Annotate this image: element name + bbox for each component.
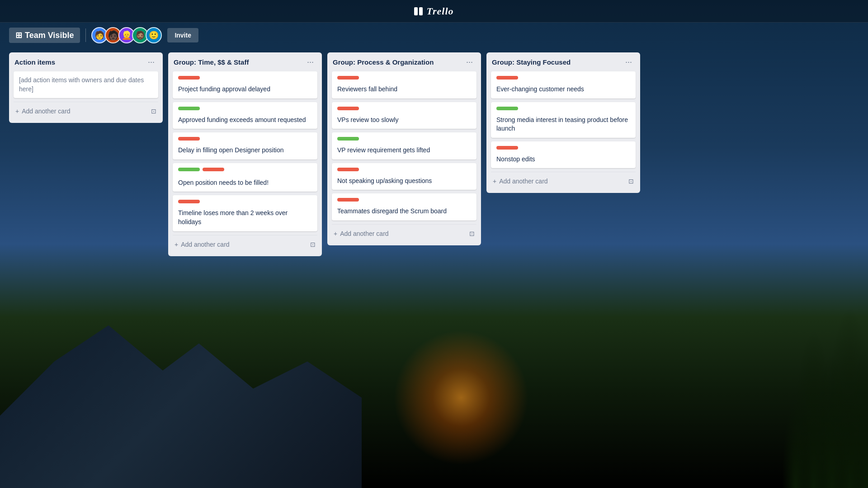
- avatar[interactable]: 🙂: [146, 27, 162, 43]
- board-title-label: Team Visible: [25, 31, 74, 40]
- template-icon: ⊡: [151, 108, 156, 115]
- card-text: VP review requirement gets lifted: [337, 146, 471, 155]
- app-logo: Trello: [414, 5, 453, 17]
- invite-label: Invite: [175, 32, 191, 39]
- list-menu-button[interactable]: ···: [145, 57, 157, 67]
- card[interactable]: Nonstop edits: [491, 141, 636, 169]
- template-icon: ⊡: [628, 178, 634, 185]
- card-text: Nonstop edits: [496, 155, 630, 164]
- card-text: Teammates disregard the Scrum board: [337, 207, 471, 216]
- card[interactable]: Strong media interest in teasing product…: [491, 102, 636, 138]
- card-label-green: [178, 168, 200, 171]
- list-group-focused: Group: Staying Focused ··· Ever-changing…: [486, 52, 640, 193]
- card-text: Open position needs to be filled!: [178, 178, 312, 188]
- card[interactable]: Teammates disregard the Scrum board: [332, 193, 476, 221]
- list-header: Group: Staying Focused ···: [491, 57, 636, 67]
- card-text: VPs review too slowly: [337, 116, 471, 125]
- card-label-red: [178, 200, 200, 203]
- logo-icon: [414, 7, 423, 15]
- list-menu-button[interactable]: ···: [304, 57, 316, 67]
- card-text: [add action items with owners and due da…: [19, 76, 153, 94]
- add-card-button[interactable]: + Add another card ⊡: [332, 226, 476, 241]
- list-group-time: Group: Time, $$ & Staff ··· Project fund…: [168, 52, 322, 256]
- list-title: Action items: [14, 58, 55, 66]
- board: Action items ··· [add action items with …: [0, 48, 868, 261]
- toolbar-divider: [85, 28, 86, 42]
- card-label-red: [203, 168, 224, 171]
- list-header: Group: Process & Organization ···: [332, 57, 476, 67]
- label-row: [178, 168, 312, 175]
- plus-icon: +: [493, 178, 496, 185]
- board-title-button[interactable]: ⊞ Team Visible: [9, 28, 80, 43]
- divider: [491, 172, 636, 172]
- list-header: Action items ···: [14, 57, 158, 67]
- card[interactable]: VPs review too slowly: [332, 102, 476, 129]
- add-card-label: Add another card: [22, 108, 70, 115]
- card-text: Reviewers fall behind: [337, 85, 471, 94]
- campfire-glow: [393, 330, 529, 465]
- card-text: Delay in filling open Designer position: [178, 146, 312, 155]
- card-label-red: [496, 146, 518, 150]
- add-card-button[interactable]: + Add another card ⊡: [14, 104, 158, 118]
- list-action-items: Action items ··· [add action items with …: [9, 52, 163, 123]
- card-label-red: [337, 168, 359, 171]
- app-name: Trello: [426, 5, 453, 17]
- add-card-label: Add another card: [499, 178, 547, 185]
- plus-icon: +: [15, 108, 19, 115]
- card[interactable]: Delay in filling open Designer position: [173, 132, 317, 160]
- divider: [173, 235, 317, 235]
- card-label-red: [178, 76, 200, 80]
- card-label-green: [178, 107, 200, 110]
- card[interactable]: Timeline loses more than 2 weeks over ho…: [173, 195, 317, 231]
- card[interactable]: VP review requirement gets lifted: [332, 132, 476, 160]
- divider: [332, 224, 476, 225]
- add-card-label: Add another card: [181, 241, 229, 248]
- list-menu-button[interactable]: ···: [463, 57, 476, 67]
- card[interactable]: Approved funding exceeds amount requeste…: [173, 102, 317, 129]
- card-label-green: [337, 137, 359, 141]
- divider: [14, 102, 158, 102]
- list-menu-button[interactable]: ···: [623, 57, 635, 67]
- invite-button[interactable]: Invite: [167, 28, 198, 42]
- card-text: Not speaking up/asking questions: [337, 177, 471, 186]
- template-icon: ⊡: [469, 230, 475, 237]
- card-text: Timeline loses more than 2 weeks over ho…: [178, 209, 312, 226]
- card-label-red: [337, 76, 359, 80]
- template-icon: ⊡: [310, 241, 316, 248]
- card-text: Approved funding exceeds amount requeste…: [178, 116, 312, 125]
- plus-icon: +: [334, 230, 337, 237]
- list-header: Group: Time, $$ & Staff ···: [173, 57, 317, 67]
- card[interactable]: Project funding approval delayed: [173, 71, 317, 99]
- list-title: Group: Staying Focused: [492, 58, 571, 66]
- card-label-red: [178, 137, 200, 141]
- card[interactable]: Reviewers fall behind: [332, 71, 476, 99]
- toolbar: ⊞ Team Visible 🧑 🧑🏿 👱 🧔🏽 🙂 Invite: [0, 23, 868, 48]
- card-label-green: [496, 107, 518, 110]
- card-label-red: [496, 76, 518, 80]
- card[interactable]: Ever-changing customer needs: [491, 71, 636, 99]
- add-card-button[interactable]: + Add another card ⊡: [491, 174, 636, 188]
- card-text: Strong media interest in teasing product…: [496, 116, 630, 133]
- card-label-red: [337, 198, 359, 202]
- card-text: Project funding approval delayed: [178, 85, 312, 94]
- add-card-button[interactable]: + Add another card ⊡: [173, 237, 317, 252]
- card[interactable]: Not speaking up/asking questions: [332, 163, 476, 190]
- list-title: Group: Process & Organization: [333, 58, 434, 66]
- add-card-label: Add another card: [340, 230, 388, 237]
- list-title: Group: Time, $$ & Staff: [174, 58, 249, 66]
- list-group-process: Group: Process & Organization ··· Review…: [327, 52, 481, 245]
- header: Trello: [0, 0, 868, 23]
- plus-icon: +: [175, 241, 178, 248]
- avatar-group: 🧑 🧑🏿 👱 🧔🏽 🙂: [91, 27, 162, 43]
- board-icon: ⊞: [15, 30, 22, 40]
- card-text: Ever-changing customer needs: [496, 85, 630, 94]
- card-label-red: [337, 107, 359, 110]
- card[interactable]: [add action items with owners and due da…: [14, 71, 158, 98]
- card[interactable]: Open position needs to be filled!: [173, 163, 317, 192]
